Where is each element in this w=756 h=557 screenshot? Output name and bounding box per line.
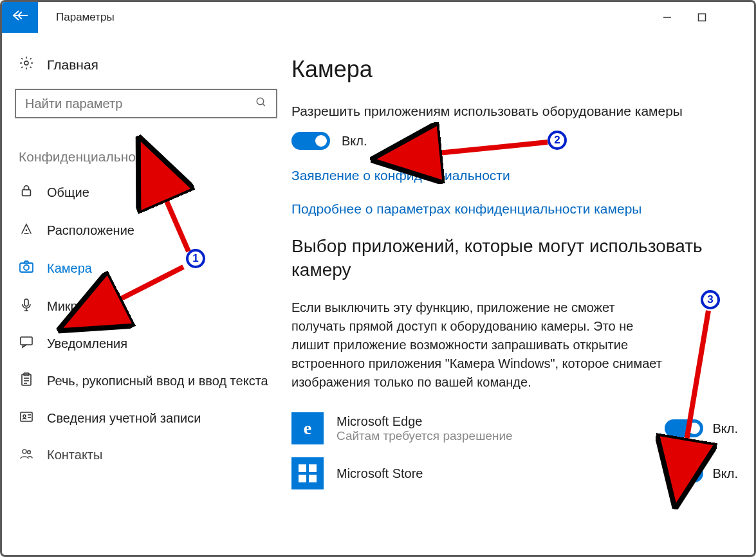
main-toggle-row: Вкл. (291, 132, 741, 150)
toggle-label: Вкл. (342, 134, 367, 149)
sidebar-item-contacts[interactable]: Контакты (15, 437, 291, 473)
svg-point-2 (24, 61, 28, 65)
app-row-edge: e Microsoft Edge Сайтам требуется разреш… (291, 412, 741, 444)
section-title: Выбор приложений, которые могут использо… (291, 235, 741, 282)
toggle-label: Вкл. (712, 421, 738, 436)
back-button[interactable] (2, 2, 38, 33)
privacy-statement-link[interactable]: Заявление о конфиденциальности (291, 168, 741, 183)
window-controls (650, 2, 754, 33)
location-icon (19, 222, 34, 239)
store-toggle[interactable] (665, 464, 703, 482)
microphone-icon (19, 298, 34, 315)
lock-icon (19, 184, 34, 201)
settings-window: Параметры Главная (0, 0, 756, 557)
page-title: Камера (291, 56, 741, 83)
search-input[interactable] (25, 96, 255, 111)
app-subtext: Сайтам требуется разрешение (337, 429, 652, 443)
sidebar-item-general[interactable]: Общие (15, 174, 291, 212)
search-icon (255, 96, 267, 111)
content-area: Главная Конфиденциальность Общие Распо (2, 33, 754, 555)
minimize-button[interactable] (650, 2, 685, 33)
svg-point-6 (26, 229, 28, 231)
camera-access-toggle[interactable] (291, 132, 330, 150)
svg-point-3 (257, 98, 264, 105)
home-nav[interactable]: Главная (15, 49, 291, 89)
sidebar-item-speech[interactable]: Речь, рукописный ввод и ввод текста (15, 362, 291, 400)
clipboard-icon (19, 372, 34, 390)
search-box[interactable] (15, 89, 277, 118)
sidebar-item-notifications[interactable]: Уведомления (15, 325, 291, 362)
sidebar-item-microphone[interactable]: Микрофон (15, 288, 291, 325)
main-panel: Камера Разрешить приложениям использоват… (291, 33, 754, 555)
annotation-badge-2: 2 (548, 131, 567, 150)
svg-rect-1 (699, 14, 706, 21)
app-name: Microsoft Store (337, 466, 652, 481)
svg-point-21 (28, 451, 31, 454)
sidebar-section-header: Конфиденциальность (15, 149, 291, 174)
app-title: Параметры (38, 11, 115, 24)
svg-rect-9 (24, 299, 28, 306)
annotation-badge-3: 3 (701, 290, 720, 309)
svg-point-20 (23, 450, 26, 453)
home-label: Главная (47, 57, 98, 73)
svg-rect-10 (21, 337, 32, 345)
svg-point-8 (24, 265, 29, 270)
svg-point-17 (23, 415, 26, 417)
sidebar-item-camera[interactable]: Камера (15, 250, 291, 288)
store-icon (291, 457, 324, 489)
sidebar-item-label: Контакты (47, 448, 102, 462)
toggle-label: Вкл. (712, 466, 738, 481)
sidebar-item-label: Речь, рукописный ввод и ввод текста (47, 374, 268, 388)
sidebar-item-label: Расположение (47, 223, 134, 238)
edge-toggle[interactable] (665, 419, 703, 437)
sidebar-item-label: Камера (47, 261, 92, 276)
titlebar: Параметры (2, 2, 754, 33)
section-body: Если выключить эту функцию, приложение н… (291, 298, 671, 392)
sidebar-item-label: Сведения учетной записи (47, 411, 201, 426)
svg-rect-16 (21, 412, 32, 421)
camera-icon (19, 260, 34, 277)
edge-icon: e (291, 412, 324, 444)
svg-line-4 (263, 104, 265, 106)
allow-heading: Разрешить приложениям использовать обору… (291, 102, 741, 120)
sidebar-item-location[interactable]: Расположение (15, 212, 291, 250)
gear-icon (19, 55, 34, 75)
people-icon (19, 447, 34, 463)
maximize-button[interactable] (685, 2, 719, 33)
chat-icon (19, 336, 34, 352)
svg-rect-5 (23, 190, 31, 196)
card-icon (19, 410, 34, 426)
sidebar: Главная Конфиденциальность Общие Распо (2, 33, 291, 555)
app-name: Microsoft Edge (337, 414, 652, 429)
annotation-badge-1: 1 (186, 249, 205, 268)
sidebar-item-label: Уведомления (47, 336, 127, 351)
sidebar-item-label: Микрофон (47, 299, 109, 314)
app-row-store: Microsoft Store Вкл. (291, 457, 741, 489)
learn-more-link[interactable]: Подробнее о параметрах конфиденциальност… (291, 201, 741, 217)
sidebar-item-label: Общие (47, 185, 89, 200)
sidebar-item-account[interactable]: Сведения учетной записи (15, 400, 291, 437)
